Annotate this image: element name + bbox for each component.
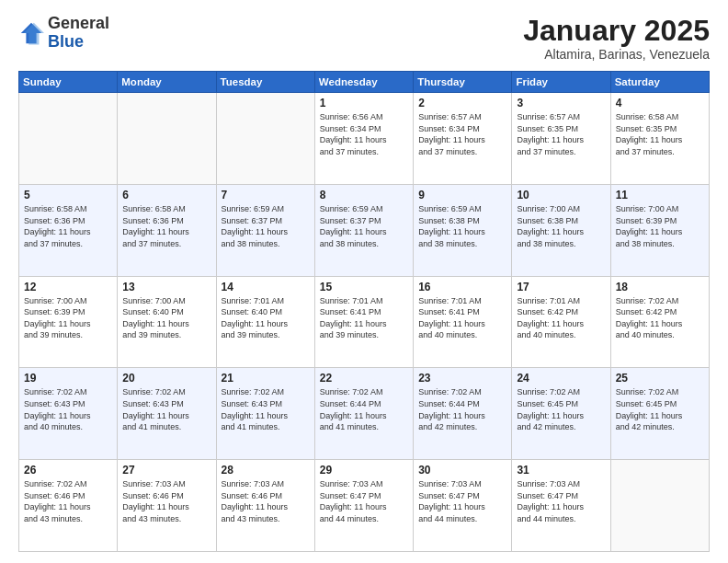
col-tuesday: Tuesday [216,72,314,93]
day-number: 10 [517,189,605,201]
day-info: Sunrise: 6:59 AM Sunset: 6:38 PM Dayligh… [418,203,506,249]
day-info: Sunrise: 7:03 AM Sunset: 6:47 PM Dayligh… [320,478,408,524]
calendar-week-1: 5Sunrise: 6:58 AM Sunset: 6:36 PM Daylig… [19,184,710,276]
table-row: 29Sunrise: 7:03 AM Sunset: 6:47 PM Dayli… [314,460,413,552]
header: General Blue January 2025 Altamira, Bari… [18,15,710,62]
day-info: Sunrise: 6:59 AM Sunset: 6:37 PM Dayligh… [222,203,310,249]
table-row: 1Sunrise: 6:56 AM Sunset: 6:34 PM Daylig… [314,93,413,185]
table-row: 4Sunrise: 6:58 AM Sunset: 6:35 PM Daylig… [610,93,709,185]
calendar-table: Sunday Monday Tuesday Wednesday Thursday… [18,71,710,552]
calendar-week-4: 26Sunrise: 7:02 AM Sunset: 6:46 PM Dayli… [19,460,710,552]
day-number: 18 [616,281,704,293]
table-row: 9Sunrise: 6:59 AM Sunset: 6:38 PM Daylig… [414,184,512,276]
table-row: 12Sunrise: 7:00 AM Sunset: 6:39 PM Dayli… [19,276,118,368]
day-info: Sunrise: 7:01 AM Sunset: 6:41 PM Dayligh… [418,295,506,341]
day-number: 16 [418,281,506,293]
table-row: 23Sunrise: 7:02 AM Sunset: 6:44 PM Dayli… [414,368,512,460]
day-info: Sunrise: 7:02 AM Sunset: 6:44 PM Dayligh… [418,386,506,432]
day-number: 26 [24,464,112,477]
day-info: Sunrise: 6:59 AM Sunset: 6:37 PM Dayligh… [320,203,408,249]
page: General Blue January 2025 Altamira, Bari… [0,0,728,563]
table-row: 6Sunrise: 6:58 AM Sunset: 6:36 PM Daylig… [118,184,216,276]
day-info: Sunrise: 7:02 AM Sunset: 6:43 PM Dayligh… [222,386,310,432]
table-row: 8Sunrise: 6:59 AM Sunset: 6:37 PM Daylig… [314,184,413,276]
table-row: 24Sunrise: 7:02 AM Sunset: 6:45 PM Dayli… [512,368,610,460]
day-info: Sunrise: 7:02 AM Sunset: 6:43 PM Dayligh… [122,386,210,432]
table-row: 19Sunrise: 7:02 AM Sunset: 6:43 PM Dayli… [19,368,118,460]
day-info: Sunrise: 7:02 AM Sunset: 6:45 PM Dayligh… [616,386,704,432]
table-row [610,460,709,552]
col-wednesday: Wednesday [314,72,413,93]
day-info: Sunrise: 6:58 AM Sunset: 6:36 PM Dayligh… [24,203,112,249]
table-row [118,93,216,185]
day-number: 1 [320,97,408,109]
day-number: 28 [222,464,310,477]
day-number: 21 [222,372,310,385]
day-info: Sunrise: 7:03 AM Sunset: 6:46 PM Dayligh… [122,478,210,524]
day-number: 12 [24,281,112,293]
table-row: 3Sunrise: 6:57 AM Sunset: 6:35 PM Daylig… [512,93,610,185]
title-location: Altamira, Barinas, Venezuela [523,47,710,62]
table-row: 2Sunrise: 6:57 AM Sunset: 6:34 PM Daylig… [414,93,512,185]
logo: General Blue [18,15,109,52]
day-number: 5 [24,189,112,201]
day-info: Sunrise: 7:00 AM Sunset: 6:38 PM Dayligh… [517,203,605,249]
day-number: 22 [320,372,408,385]
day-number: 19 [24,372,112,385]
day-info: Sunrise: 7:02 AM Sunset: 6:46 PM Dayligh… [24,478,112,524]
day-number: 8 [320,189,408,201]
col-friday: Friday [512,72,610,93]
day-info: Sunrise: 7:03 AM Sunset: 6:46 PM Dayligh… [222,478,310,524]
calendar-week-3: 19Sunrise: 7:02 AM Sunset: 6:43 PM Dayli… [19,368,710,460]
day-info: Sunrise: 7:01 AM Sunset: 6:42 PM Dayligh… [517,295,605,341]
table-row: 22Sunrise: 7:02 AM Sunset: 6:44 PM Dayli… [314,368,413,460]
table-row: 27Sunrise: 7:03 AM Sunset: 6:46 PM Dayli… [118,460,216,552]
day-info: Sunrise: 7:00 AM Sunset: 6:39 PM Dayligh… [616,203,704,249]
col-sunday: Sunday [19,72,118,93]
day-info: Sunrise: 7:02 AM Sunset: 6:42 PM Dayligh… [616,295,704,341]
day-number: 17 [517,281,605,293]
col-thursday: Thursday [414,72,512,93]
table-row: 21Sunrise: 7:02 AM Sunset: 6:43 PM Dayli… [216,368,314,460]
day-number: 6 [122,189,210,201]
day-info: Sunrise: 6:57 AM Sunset: 6:34 PM Dayligh… [418,111,506,157]
day-info: Sunrise: 7:00 AM Sunset: 6:39 PM Dayligh… [24,295,112,341]
table-row [216,93,314,185]
day-number: 23 [418,372,506,385]
table-row: 14Sunrise: 7:01 AM Sunset: 6:40 PM Dayli… [216,276,314,368]
table-row: 31Sunrise: 7:03 AM Sunset: 6:47 PM Dayli… [512,460,610,552]
table-row: 7Sunrise: 6:59 AM Sunset: 6:37 PM Daylig… [216,184,314,276]
day-info: Sunrise: 7:01 AM Sunset: 6:40 PM Dayligh… [222,295,310,341]
col-monday: Monday [118,72,216,93]
day-info: Sunrise: 6:58 AM Sunset: 6:36 PM Dayligh… [122,203,210,249]
day-info: Sunrise: 7:02 AM Sunset: 6:43 PM Dayligh… [24,386,112,432]
day-number: 25 [616,372,704,385]
day-number: 3 [517,97,605,109]
calendar-week-2: 12Sunrise: 7:00 AM Sunset: 6:39 PM Dayli… [19,276,710,368]
logo-text: General Blue [48,15,109,52]
table-row: 28Sunrise: 7:03 AM Sunset: 6:46 PM Dayli… [216,460,314,552]
day-info: Sunrise: 7:01 AM Sunset: 6:41 PM Dayligh… [320,295,408,341]
day-number: 2 [418,97,506,109]
day-number: 7 [222,189,310,201]
day-info: Sunrise: 6:58 AM Sunset: 6:35 PM Dayligh… [616,111,704,157]
calendar-week-0: 1Sunrise: 6:56 AM Sunset: 6:34 PM Daylig… [19,93,710,185]
col-saturday: Saturday [610,72,709,93]
table-row: 26Sunrise: 7:02 AM Sunset: 6:46 PM Dayli… [19,460,118,552]
table-row: 13Sunrise: 7:00 AM Sunset: 6:40 PM Dayli… [118,276,216,368]
day-number: 20 [122,372,210,385]
day-number: 13 [122,281,210,293]
table-row: 20Sunrise: 7:02 AM Sunset: 6:43 PM Dayli… [118,368,216,460]
day-number: 4 [616,97,704,109]
day-info: Sunrise: 6:57 AM Sunset: 6:35 PM Dayligh… [517,111,605,157]
table-row: 15Sunrise: 7:01 AM Sunset: 6:41 PM Dayli… [314,276,413,368]
title-block: January 2025 Altamira, Barinas, Venezuel… [523,15,710,62]
table-row: 11Sunrise: 7:00 AM Sunset: 6:39 PM Dayli… [610,184,709,276]
table-row: 10Sunrise: 7:00 AM Sunset: 6:38 PM Dayli… [512,184,610,276]
day-info: Sunrise: 7:00 AM Sunset: 6:40 PM Dayligh… [122,295,210,341]
day-number: 15 [320,281,408,293]
day-info: Sunrise: 6:56 AM Sunset: 6:34 PM Dayligh… [320,111,408,157]
day-number: 9 [418,189,506,201]
day-number: 30 [418,464,506,477]
day-number: 31 [517,464,605,477]
